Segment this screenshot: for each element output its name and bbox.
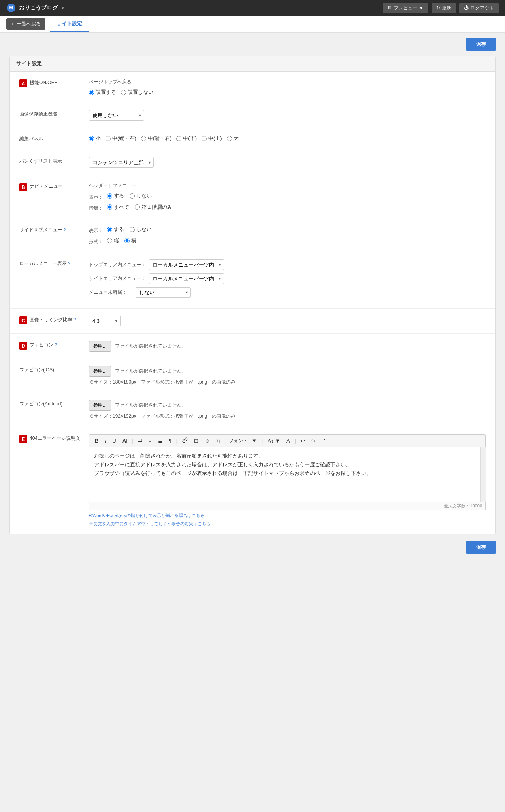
preview-icon: 🖥 <box>387 5 392 11</box>
radio-layer-first-input[interactable] <box>135 204 140 210</box>
svg-text:M: M <box>9 6 13 10</box>
radio-format-horizontal[interactable]: 横 <box>124 237 136 244</box>
radio-layer-all[interactable]: すべて <box>107 204 129 211</box>
radio-layer-all-input[interactable] <box>107 204 112 210</box>
footnote-1-link[interactable]: こちら <box>192 513 205 518</box>
toolbar-emoji[interactable]: ☺ <box>202 437 212 445</box>
radio-format-vertical-label: 縦 <box>114 237 119 244</box>
save-button-top[interactable]: 保存 <box>466 38 496 51</box>
radio-page-top-unset[interactable]: 設置しない <box>121 89 153 96</box>
browse-button-favicon-ios[interactable]: 参照... <box>89 366 111 377</box>
radio-page-top-unset-input[interactable] <box>121 90 126 95</box>
header: M おりこうブログ ▼ 🖥 プレビュー ▼ ↻ 更新 ⏻ ログアウト <box>0 0 505 16</box>
select-side-area-menu[interactable]: ローカルメニューパーツ内 <box>149 273 224 284</box>
row-top-area-menu: トップエリア内メニュー： ローカルメニューパーツ内 <box>89 259 486 270</box>
tab-site-settings[interactable]: サイト設定 <box>50 16 89 32</box>
footnote-1: ※WordやExcelからの貼り付けで表示が崩れる場合はこちら <box>89 513 486 519</box>
help-icon-side-submenu[interactable]: ? <box>63 227 66 232</box>
toolbar-bold[interactable]: B <box>92 437 101 445</box>
label-col-page-top: A 機能ON/OFF <box>19 79 83 87</box>
radio-page-top-set-input[interactable] <box>89 90 94 95</box>
editor-body[interactable]: お探しのページは、削除されたか、名前が変更された可能性があります。アドレスバーに… <box>89 447 486 502</box>
toolbar-align-left[interactable]: ⇄ <box>136 437 145 445</box>
toolbar-font-dropdown[interactable]: ▼ <box>249 437 259 445</box>
radio-side-display-no-input[interactable] <box>130 227 135 232</box>
radio-format-vertical[interactable]: 縦 <box>107 237 119 244</box>
radio-panel-mid-left-label: 中(縦・左) <box>112 135 136 142</box>
radio-panel-mid-bottom-input[interactable] <box>176 136 181 141</box>
select-image-save[interactable]: 使用しない 使用する <box>89 110 144 121</box>
toolbar-link[interactable] <box>180 436 190 445</box>
radio-side-display-yes[interactable]: する <box>107 226 124 233</box>
update-button[interactable]: ↻ 更新 <box>432 3 456 13</box>
label-breadcrumb: パンくずリスト表示 <box>19 158 62 165</box>
toolbar-font-size[interactable]: A↕ ▼ <box>265 437 283 445</box>
select-unowned-menu[interactable]: しない する <box>136 287 191 298</box>
select-top-area-menu[interactable]: ローカルメニューパーツ内 <box>149 259 224 270</box>
select-trim[interactable]: 4:3 16:9 1:1 3:4 <box>89 316 121 326</box>
radio-format-horizontal-input[interactable] <box>124 238 130 243</box>
radio-panel-mid-top[interactable]: 中(上) <box>202 135 222 142</box>
toolbar-italic[interactable]: i <box>102 437 108 445</box>
footnote-2-link[interactable]: こちら <box>198 521 211 526</box>
radio-page-top-set[interactable]: 設置する <box>89 89 116 96</box>
radio-header-display-no-input[interactable] <box>130 193 135 199</box>
toolbar-more[interactable]: ⋮ <box>320 437 330 445</box>
radio-side-display-yes-input[interactable] <box>107 227 112 232</box>
label-favicon-android: ファビコン(Android) <box>19 401 62 407</box>
radio-format-vertical-input[interactable] <box>107 238 112 243</box>
toolbar-underline[interactable]: U <box>110 437 118 445</box>
radio-header-display-yes[interactable]: する <box>107 192 124 199</box>
help-icon-favicon[interactable]: ? <box>55 343 57 347</box>
file-row-ios: 参照... ファイルが選択されていません。 <box>89 366 486 377</box>
label-favicon-ios: ファビコン(iOS) <box>19 367 54 373</box>
radio-panel-small[interactable]: 小 <box>89 135 101 142</box>
toolbar-font-color[interactable]: A <box>284 437 292 445</box>
toolbar-align-justify[interactable]: ¶ <box>166 437 174 445</box>
toolbar-plus[interactable]: +i <box>214 437 222 445</box>
help-icon-trim[interactable]: ? <box>73 317 76 322</box>
group-c: C 画像トリミング比率 ? 4:3 16:9 1:1 3:4 <box>10 309 495 334</box>
radio-panel-small-input[interactable] <box>89 136 94 141</box>
radio-header-display-no[interactable]: しない <box>130 192 152 199</box>
help-icon-local-menu[interactable]: ? <box>68 261 70 266</box>
radio-side-display-yes-label: する <box>114 226 124 233</box>
group-d: D ファビコン ? 参照... ファイルが選択されていません。 ファビコン(iO… <box>10 334 495 427</box>
sub-row-header-submenu-label: ヘッダーサブメニュー <box>89 182 486 189</box>
radio-panel-mid-right-input[interactable] <box>141 136 146 141</box>
radio-panel-large[interactable]: 大 <box>227 135 239 142</box>
radio-side-display-no-label: しない <box>136 226 152 233</box>
section-card: サイト設定 A 機能ON/OFF ページトップへ戻る 設置する <box>9 56 496 534</box>
radio-panel-mid-left[interactable]: 中(縦・左) <box>106 135 136 142</box>
radio-side-display-no[interactable]: しない <box>130 226 152 233</box>
toolbar-align-right[interactable]: ≣ <box>156 437 165 445</box>
radio-header-display-yes-input[interactable] <box>107 193 112 199</box>
back-button[interactable]: ← 一覧へ戻る <box>6 18 45 30</box>
top-area-menu-label: トップエリア内メニュー： <box>89 261 146 268</box>
browse-button-favicon-android[interactable]: 参照... <box>89 400 111 411</box>
toolbar-redo[interactable]: ↪ <box>309 437 318 445</box>
toolbar-align-center[interactable]: ≡ <box>146 437 154 445</box>
label-col-side-submenu: サイドサブメニュー ? <box>19 226 83 233</box>
toolbar-ai[interactable]: Ai <box>120 437 130 445</box>
dropdown-icon[interactable]: ▼ <box>61 6 65 10</box>
save-button-bottom[interactable]: 保存 <box>466 541 496 554</box>
toolbar-table[interactable]: ⊞ <box>192 437 201 445</box>
editor-scrollbar[interactable] <box>480 447 486 502</box>
radio-panel-mid-right[interactable]: 中(縦・右) <box>141 135 172 142</box>
setting-row-favicon-android: ファビコン(Android) 参照... ファイルが選択されていません。 ※サイ… <box>10 393 495 427</box>
layer-label: 階層： <box>89 205 103 211</box>
logout-button[interactable]: ⏻ ログアウト <box>459 3 499 13</box>
radio-panel-large-input[interactable] <box>227 136 232 141</box>
browse-button-favicon[interactable]: 参照... <box>89 341 111 352</box>
save-btn-bottom-area: 保存 <box>9 534 496 554</box>
radio-panel-mid-bottom[interactable]: 中(下) <box>176 135 197 142</box>
radio-panel-mid-top-input[interactable] <box>202 136 207 141</box>
radio-panel-mid-left-input[interactable] <box>106 136 111 141</box>
toolbar-undo[interactable]: ↩ <box>298 437 307 445</box>
select-breadcrumb[interactable]: コンテンツエリア上部 コンテンツエリア下部 しない <box>89 157 154 168</box>
radio-layer-first[interactable]: 第１階層のみ <box>135 204 172 211</box>
preview-button[interactable]: 🖥 プレビュー ▼ <box>383 3 428 13</box>
section-letter-d: D <box>19 342 27 350</box>
logo-icon: M <box>6 3 16 13</box>
